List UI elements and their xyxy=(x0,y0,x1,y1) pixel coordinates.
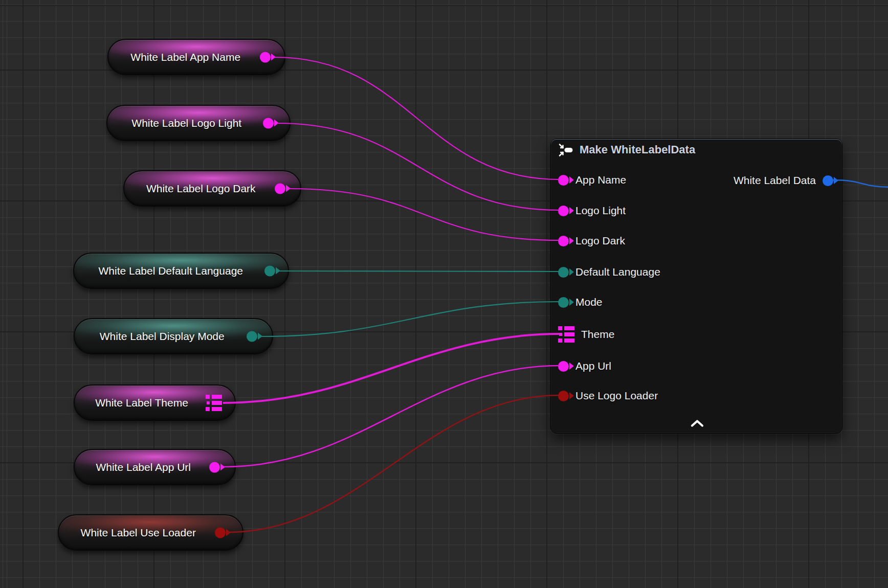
mode-input-pin[interactable] xyxy=(558,297,569,308)
node-title: Make WhiteLabelData xyxy=(580,143,695,156)
variable-node-white-label-app-name[interactable]: White Label App Name xyxy=(107,39,285,75)
variable-node-white-label-default-language[interactable]: White Label Default Language xyxy=(73,253,289,289)
input-pin-label: Use Logo Loader xyxy=(575,390,658,402)
collapse-node-button[interactable] xyxy=(690,420,704,427)
variable-node-white-label-app-url[interactable]: White Label App Url xyxy=(74,449,236,485)
variable-node-white-label-logo-dark[interactable]: White Label Logo Dark xyxy=(123,170,301,207)
variable-node-label: White Label App Url xyxy=(80,450,207,484)
input-pin-label: Theme xyxy=(581,328,614,341)
white-label-display-mode-output-pin[interactable] xyxy=(247,331,257,342)
input-row-theme: Theme xyxy=(558,326,614,343)
node-header[interactable]: Make WhiteLabelData xyxy=(551,139,842,161)
input-row-app-name: App Name xyxy=(558,174,626,186)
input-pin-label: Logo Light xyxy=(575,205,626,217)
wire-logo-light[interactable] xyxy=(278,123,560,210)
chevron-up-icon xyxy=(690,420,704,427)
white-label-use-loader-output-pin[interactable] xyxy=(215,527,226,538)
blueprint-graph-canvas[interactable]: Make WhiteLabelData App NameLogo LightLo… xyxy=(0,0,888,588)
default-language-input-pin[interactable] xyxy=(558,267,569,278)
input-pin-label: App Url xyxy=(575,360,611,372)
variable-node-white-label-use-loader[interactable]: White Label Use Loader xyxy=(58,514,243,551)
white-label-app-name-output-pin[interactable] xyxy=(260,52,271,62)
input-pin-label: Mode xyxy=(575,296,603,308)
white-label-app-url-output-pin[interactable] xyxy=(209,462,220,472)
output-row-white-label-data: White Label Data xyxy=(734,174,833,187)
input-pin-label: Default Language xyxy=(575,266,660,278)
variable-node-white-label-display-mode[interactable]: White Label Display Mode xyxy=(74,318,273,354)
input-row-use-logo-loader: Use Logo Loader xyxy=(558,390,658,402)
variable-node-white-label-logo-light[interactable]: White Label Logo Light xyxy=(106,105,291,141)
input-row-mode: Mode xyxy=(558,296,603,308)
input-row-default-language: Default Language xyxy=(558,266,660,278)
logo-dark-input-pin[interactable] xyxy=(558,236,569,246)
white-label-data-output-pin[interactable] xyxy=(823,175,833,186)
input-row-logo-dark: Logo Dark xyxy=(558,235,625,247)
theme-input-struct-pin[interactable] xyxy=(558,326,574,343)
output-pin-label: White Label Data xyxy=(734,174,816,187)
variable-node-label: White Label Default Language xyxy=(79,254,262,288)
input-row-app-url: App Url xyxy=(558,360,611,372)
variable-node-label: White Label Logo Dark xyxy=(129,171,273,206)
wire-use-loader[interactable] xyxy=(227,395,560,532)
variable-node-label: White Label Theme xyxy=(80,386,204,420)
make-whitelabeldata-node[interactable]: Make WhiteLabelData App NameLogo LightLo… xyxy=(550,139,842,434)
wire-logo-dark[interactable] xyxy=(290,189,560,240)
use-logo-loader-input-pin[interactable] xyxy=(558,391,569,401)
white-label-theme-output-struct-pin[interactable] xyxy=(206,395,222,411)
white-label-default-language-output-pin[interactable] xyxy=(264,265,275,276)
wire-theme[interactable] xyxy=(223,334,560,403)
white-label-logo-dark-output-pin[interactable] xyxy=(275,183,285,194)
wire-app-name[interactable] xyxy=(275,57,560,179)
input-pin-label: Logo Dark xyxy=(575,235,625,247)
make-struct-icon xyxy=(558,143,573,157)
wire-display-mode[interactable] xyxy=(261,302,560,336)
variable-node-label: White Label App Name xyxy=(114,40,258,74)
app-url-input-pin[interactable] xyxy=(558,361,569,372)
logo-light-input-pin[interactable] xyxy=(558,206,569,216)
variable-node-label: White Label Logo Light xyxy=(113,106,261,140)
input-pin-label: App Name xyxy=(575,174,626,186)
wire-app-url[interactable] xyxy=(224,366,560,467)
app-name-input-pin[interactable] xyxy=(558,175,569,186)
variable-node-label: White Label Display Mode xyxy=(80,319,245,353)
variable-node-white-label-theme[interactable]: White Label Theme xyxy=(74,385,236,421)
variable-node-label: White Label Use Loader xyxy=(64,515,213,550)
white-label-logo-light-output-pin[interactable] xyxy=(263,118,274,128)
wire-default-language[interactable] xyxy=(279,271,560,272)
input-row-logo-light: Logo Light xyxy=(558,205,626,217)
